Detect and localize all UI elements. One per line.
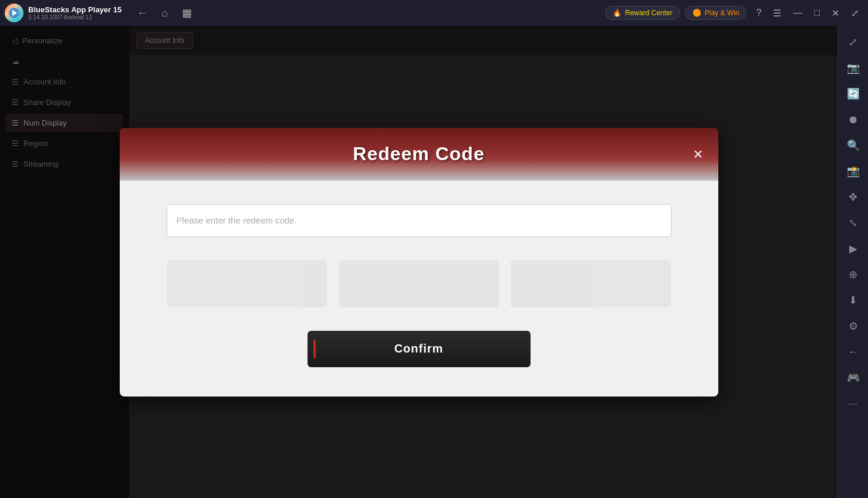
gyro-sidebar-icon[interactable]: ⊕ xyxy=(842,263,865,286)
expand-button[interactable]: ⤢ xyxy=(846,5,863,21)
zoom-in-sidebar-icon[interactable]: 🔍 xyxy=(842,134,865,157)
right-sidebar: ⤢ 📷 🔄 ⏺ 🔍 📸 ✥ ⤡ ▶ ⊕ ⬇ ⚙ ← 🎮 ··· xyxy=(837,26,868,498)
nav-buttons: ← ⌂ ▦ xyxy=(133,4,195,22)
modal-title: Redeem Code xyxy=(353,143,484,165)
app-logo xyxy=(5,4,23,22)
app-info: BlueStacks App Player 15 5.14.10.1007 An… xyxy=(28,5,121,21)
redeem-code-modal: Redeem Code × Confirm xyxy=(120,128,718,397)
play-win-icon: 🟠 xyxy=(693,9,701,17)
rotate-sidebar-icon[interactable]: 🔄 xyxy=(842,82,865,106)
main-content: ◁ Personalize ☁ ☰ Account Info ☰ Share D… xyxy=(0,26,837,498)
settings-sidebar-icon[interactable]: ⚙ xyxy=(842,314,865,338)
app-name: BlueStacks App Player 15 xyxy=(28,5,121,14)
expand-sidebar-icon[interactable]: ⤢ xyxy=(842,31,865,54)
back-button[interactable]: ← xyxy=(133,5,151,22)
play-win-label: Play & Win xyxy=(705,9,739,17)
confirm-label: Confirm xyxy=(394,342,444,355)
menu-icon[interactable]: ☰ xyxy=(768,5,786,21)
decorative-row xyxy=(167,260,671,307)
redeem-code-input[interactable] xyxy=(167,204,671,237)
help-icon[interactable]: ? xyxy=(751,5,766,21)
reward-center-label: Reward Center xyxy=(625,9,673,17)
close-button[interactable]: ✕ xyxy=(827,5,844,21)
deco-card-2 xyxy=(339,260,499,307)
app-version: 5.14.10.1007 Android 11 xyxy=(28,14,121,21)
move-sidebar-icon[interactable]: ✥ xyxy=(842,185,865,209)
maximize-button[interactable]: □ xyxy=(809,5,825,21)
record-sidebar-icon[interactable]: ⏺ xyxy=(842,108,865,131)
modal-close-button[interactable]: × xyxy=(688,144,709,165)
minimize-button[interactable]: — xyxy=(788,5,807,21)
home-button[interactable]: ⌂ xyxy=(158,5,171,22)
scale-sidebar-icon[interactable]: ⤡ xyxy=(842,211,865,235)
screenshot-sidebar-icon[interactable]: 📸 xyxy=(842,160,865,183)
modal-header: Redeem Code × xyxy=(120,128,718,181)
deco-card-1 xyxy=(167,260,327,307)
bluestacks-logo-icon xyxy=(8,7,20,19)
reward-center-button[interactable]: 🔥 Reward Center xyxy=(605,6,680,20)
deco-card-3 xyxy=(511,260,671,307)
macro-sidebar-icon[interactable]: ▶ xyxy=(842,237,865,260)
back-sidebar-icon[interactable]: ← xyxy=(842,340,865,364)
download-sidebar-icon[interactable]: ⬇ xyxy=(842,289,865,312)
reward-icon: 🔥 xyxy=(613,9,622,17)
confirm-button[interactable]: Confirm xyxy=(308,331,531,367)
controller-sidebar-icon[interactable]: 🎮 xyxy=(842,366,865,389)
window-controls: ? ☰ — □ ✕ ⤢ xyxy=(751,5,863,21)
modal-body: Confirm xyxy=(120,181,718,397)
play-win-button[interactable]: 🟠 Play & Win xyxy=(685,6,747,20)
camera-sidebar-icon[interactable]: 📷 xyxy=(842,56,865,80)
title-bar-right: 🔥 Reward Center 🟠 Play & Win ? ☰ — □ ✕ ⤢ xyxy=(605,5,863,21)
tabs-button[interactable]: ▦ xyxy=(178,4,195,22)
more-sidebar-icon[interactable]: ··· xyxy=(842,392,865,415)
title-bar: BlueStacks App Player 15 5.14.10.1007 An… xyxy=(0,0,868,26)
modal-overlay: Redeem Code × Confirm xyxy=(0,26,837,498)
